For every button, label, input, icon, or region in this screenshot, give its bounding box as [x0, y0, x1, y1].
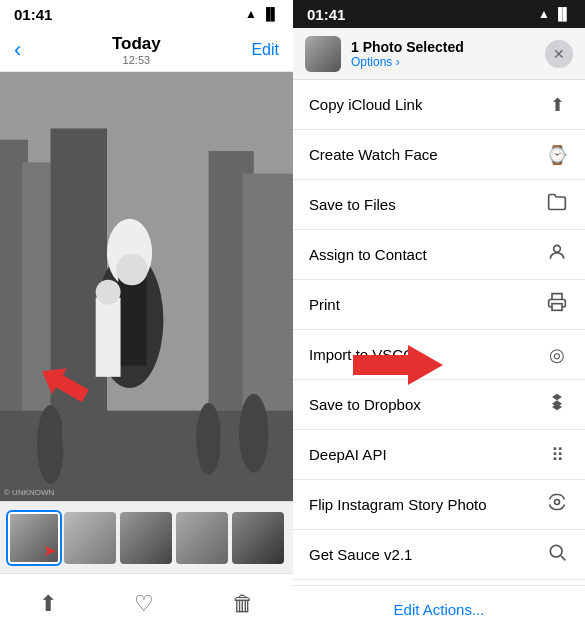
right-panel-wrapper: 01:41 ▲ ▐▌ 1 Photo Selected Options › ✕ …: [293, 0, 585, 633]
right-battery-icon: ▐▌: [554, 7, 571, 21]
heart-button[interactable]: ♡: [126, 583, 162, 625]
svg-rect-20: [552, 304, 562, 311]
watch-face-icon: ⌚: [545, 144, 569, 166]
edit-button[interactable]: Edit: [251, 41, 279, 59]
sheet-thumbnail: [305, 36, 341, 72]
sheet-header: 1 Photo Selected Options › ✕: [293, 28, 585, 80]
menu-item-vsco[interactable]: Import to VSCO ◎: [293, 330, 585, 380]
svg-point-16: [220, 413, 243, 476]
sheet-info: 1 Photo Selected Options ›: [351, 39, 535, 69]
svg-point-22: [550, 545, 562, 557]
thumbnail-2[interactable]: [64, 512, 116, 564]
print-icon: [545, 292, 569, 317]
print-label: Print: [309, 296, 340, 313]
get-sauce-icon: [545, 542, 569, 567]
thumb-arrow: ➤: [43, 541, 56, 560]
thumbnail-3[interactable]: [120, 512, 172, 564]
right-wifi-icon: ▲: [538, 7, 550, 21]
share-button[interactable]: ⬆: [31, 583, 65, 625]
right-time: 01:41: [307, 6, 345, 23]
svg-line-23: [561, 556, 565, 560]
menu-item-dropbox[interactable]: Save to Dropbox: [293, 380, 585, 430]
get-sauce-label: Get Sauce v2.1: [309, 546, 412, 563]
left-status-icons: ▲ ▐▌: [245, 7, 279, 21]
back-button[interactable]: ‹: [14, 37, 21, 63]
thumbnail-5[interactable]: [232, 512, 284, 564]
menu-item-save-files[interactable]: Save to Files: [293, 180, 585, 230]
photo-credit: © UNKNOWN: [4, 488, 54, 497]
deepai-icon: ⠿: [545, 444, 569, 466]
left-time: 01:41: [14, 6, 52, 23]
menu-item-create-watch-face[interactable]: Create Watch Face ⌚: [293, 130, 585, 180]
vsco-label: Import to VSCO: [309, 346, 415, 363]
menu-item-flip-instagram[interactable]: Flip Instagram Story Photo: [293, 480, 585, 530]
main-photo-area: © UNKNOWN: [0, 72, 293, 501]
thumbnail-4[interactable]: [176, 512, 228, 564]
menu-item-deepai[interactable]: DeepAI API ⠿: [293, 430, 585, 480]
right-status-bar: 01:41 ▲ ▐▌: [293, 0, 585, 28]
dropbox-label: Save to Dropbox: [309, 396, 421, 413]
menu-item-get-sauce[interactable]: Get Sauce v2.1: [293, 530, 585, 580]
flip-instagram-icon: [545, 492, 569, 517]
menu-item-print[interactable]: Print: [293, 280, 585, 330]
save-files-label: Save to Files: [309, 196, 396, 213]
left-status-bar: 01:41 ▲ ▐▌: [0, 0, 293, 28]
svg-point-14: [62, 399, 85, 467]
assign-contact-icon: [545, 242, 569, 267]
menu-list: Copy iCloud Link ⬆ Create Watch Face ⌚ S…: [293, 80, 585, 585]
menu-item-copy-icloud[interactable]: Copy iCloud Link ⬆: [293, 80, 585, 130]
svg-point-21: [555, 500, 560, 505]
copy-icloud-label: Copy iCloud Link: [309, 96, 422, 113]
svg-point-13: [37, 405, 64, 484]
menu-item-assign-contact[interactable]: Assign to Contact: [293, 230, 585, 280]
right-status-icons: ▲ ▐▌: [538, 7, 571, 21]
left-panel: 01:41 ▲ ▐▌ ‹ Today 12:53 Edit: [0, 0, 293, 633]
dropbox-icon: [545, 392, 569, 417]
photo-svg: [0, 72, 293, 501]
main-photo: © UNKNOWN: [0, 72, 293, 501]
svg-rect-9: [118, 275, 146, 365]
options-button[interactable]: Options ›: [351, 55, 535, 69]
svg-rect-11: [96, 298, 121, 377]
wifi-icon: ▲: [245, 7, 257, 21]
header-title: Today: [112, 34, 161, 54]
create-watch-face-label: Create Watch Face: [309, 146, 438, 163]
bottom-toolbar: ⬆ ♡ 🗑: [0, 573, 293, 633]
thumbnail-strip: ➤: [0, 501, 293, 573]
header-center: Today 12:53: [112, 34, 161, 66]
copy-icloud-icon: ⬆: [545, 94, 569, 116]
sheet-title: 1 Photo Selected: [351, 39, 535, 55]
save-files-icon: [545, 192, 569, 217]
close-button[interactable]: ✕: [545, 40, 573, 68]
deepai-label: DeepAI API: [309, 446, 387, 463]
delete-button[interactable]: 🗑: [224, 583, 262, 625]
flip-instagram-label: Flip Instagram Story Photo: [309, 496, 487, 513]
svg-point-15: [196, 403, 221, 475]
header-subtitle: 12:53: [123, 54, 151, 66]
svg-point-10: [116, 254, 148, 286]
edit-actions-button[interactable]: Edit Actions...: [394, 601, 485, 618]
svg-point-17: [239, 394, 268, 473]
edit-actions-row: Edit Actions...: [293, 585, 585, 633]
vsco-icon: ◎: [545, 344, 569, 366]
battery-icon: ▐▌: [262, 7, 279, 21]
left-header: ‹ Today 12:53 Edit: [0, 28, 293, 72]
svg-point-12: [96, 280, 121, 305]
assign-contact-label: Assign to Contact: [309, 246, 427, 263]
svg-point-19: [554, 245, 561, 252]
thumbnail-1[interactable]: ➤: [8, 512, 60, 564]
right-panel: 01:41 ▲ ▐▌ 1 Photo Selected Options › ✕ …: [293, 0, 585, 633]
